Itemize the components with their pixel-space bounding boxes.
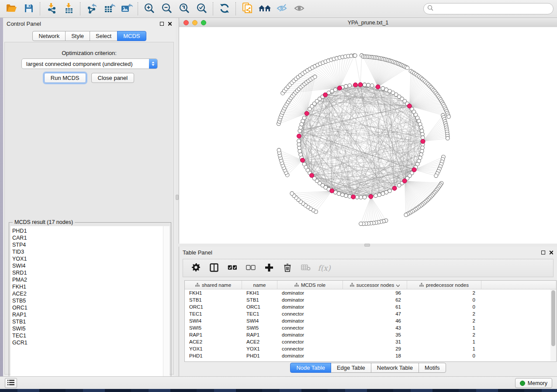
tab-network[interactable]: Network [32, 31, 66, 41]
cell-name[interactable]: RAP1 [242, 331, 277, 338]
graph-node[interactable] [446, 136, 450, 140]
columns-button[interactable] [208, 261, 221, 275]
network-canvas[interactable] [179, 27, 557, 244]
column-header-successor-nodes[interactable]: successor nodes [343, 281, 407, 289]
cell-mcds_role[interactable]: connector [277, 345, 343, 352]
table-row[interactable]: SWI5SWI5connector431 [185, 324, 556, 331]
cell-successor_nodes[interactable]: 29 [343, 345, 407, 352]
cell-successor_nodes[interactable]: 96 [343, 289, 407, 296]
cell-successor_nodes[interactable]: 61 [343, 303, 407, 310]
cell-mcds_role[interactable]: dominator [277, 317, 343, 324]
delete-column-button[interactable] [281, 261, 294, 275]
graph-node[interactable] [359, 222, 363, 226]
cell-shared_name[interactable]: PHD1 [185, 352, 242, 359]
cell-shared_name[interactable]: STB1 [185, 296, 242, 303]
table-row[interactable]: TEC1TEC1connector472 [185, 310, 556, 317]
cell-name[interactable]: ACE2 [242, 338, 277, 345]
graph-node[interactable] [302, 162, 306, 166]
close-panel-icon[interactable] [549, 250, 554, 255]
table-row[interactable]: PHD1PHD1dominator180 [185, 352, 556, 359]
mcds-result-item[interactable]: STB1 [12, 318, 163, 325]
close-panel-icon[interactable] [167, 21, 172, 26]
float-panel-icon[interactable] [160, 22, 164, 26]
graph-mcds-node[interactable] [369, 194, 373, 199]
hide-selected-button[interactable] [273, 1, 291, 16]
tab-select[interactable]: Select [90, 31, 118, 41]
graph-node[interactable] [290, 192, 294, 196]
cell-successor_nodes[interactable]: 46 [343, 317, 407, 324]
graph-node[interactable] [447, 115, 451, 119]
graph-node[interactable] [363, 83, 367, 87]
cell-mcds_role[interactable]: dominator [277, 296, 343, 303]
cell-predecessor_nodes[interactable]: 1 [407, 324, 481, 331]
cell-predecessor_nodes[interactable]: 2 [407, 289, 481, 296]
cell-mcds_role[interactable]: dominator [277, 289, 343, 296]
graph-node[interactable] [348, 84, 352, 88]
graph-mcds-node[interactable] [407, 104, 412, 108]
open-file-button[interactable] [3, 1, 20, 16]
graph-node[interactable] [355, 196, 359, 199]
table-row[interactable]: FKH1FKH1dominator962 [185, 289, 556, 296]
graph-mcds-node[interactable] [301, 158, 305, 162]
graph-node[interactable] [421, 136, 425, 140]
splitter-handle[interactable] [364, 244, 370, 247]
mcds-result-list[interactable]: PHD1CAR1STP4TID3YOX1SWI4SRD1PMA2FKH1ACE2… [10, 226, 170, 383]
graph-node[interactable] [374, 194, 378, 198]
export-image-button[interactable] [118, 1, 135, 16]
vertical-splitter[interactable] [176, 18, 179, 376]
graph-node[interactable] [302, 116, 306, 120]
cell-name[interactable]: TEC1 [242, 310, 277, 317]
cell-shared_name[interactable]: FKH1 [185, 289, 242, 296]
table-row[interactable]: SWI4SWI4dominator462 [185, 317, 556, 324]
run-mcds-button[interactable]: Run MCDS [44, 73, 86, 83]
graph-node[interactable] [341, 193, 345, 197]
graph-node[interactable] [363, 196, 367, 199]
cell-successor_nodes[interactable]: 31 [343, 338, 407, 345]
cell-shared_name[interactable]: ACE2 [185, 338, 242, 345]
criterion-select[interactable]: largest connected component (undirected) [21, 58, 158, 69]
mcds-result-item[interactable]: PMA2 [12, 276, 163, 283]
mcds-result-item[interactable]: CAR1 [12, 234, 163, 241]
graph-node[interactable] [333, 88, 337, 92]
cell-name[interactable]: ORC1 [242, 303, 277, 310]
graph-mcds-node[interactable] [392, 186, 397, 190]
graph-mcds-node[interactable] [402, 179, 407, 183]
mcds-list-scrollbar[interactable] [163, 226, 170, 383]
cell-predecessor_nodes[interactable]: 0 [407, 352, 481, 359]
zoom-out-button[interactable] [158, 1, 176, 16]
cell-shared_name[interactable]: SWI5 [185, 324, 242, 331]
cell-name[interactable]: SWI4 [242, 317, 277, 324]
tab-style[interactable]: Style [65, 31, 90, 41]
graph-node[interactable] [353, 54, 357, 58]
cell-shared_name[interactable]: SWI4 [185, 317, 242, 324]
graph-mcds-node[interactable] [323, 93, 328, 97]
graph-mcds-node[interactable] [304, 111, 309, 116]
mcds-result-item[interactable]: SWI5 [12, 325, 163, 332]
mcds-result-item[interactable]: FKH1 [12, 283, 163, 290]
table-scrollbar-thumb[interactable] [551, 290, 555, 346]
mcds-result-item[interactable]: STP4 [12, 241, 163, 248]
graph-node[interactable] [384, 190, 388, 194]
table-scrollbar[interactable] [550, 289, 556, 361]
float-panel-icon[interactable] [541, 251, 545, 254]
zoom-selected-button[interactable] [193, 1, 211, 16]
cell-successor_nodes[interactable]: 47 [343, 310, 407, 317]
tab-motifs[interactable]: Motifs [419, 363, 446, 373]
mcds-result-item[interactable]: PHD1 [12, 227, 163, 234]
import-network-button[interactable] [43, 1, 60, 16]
graph-mcds-node[interactable] [376, 85, 380, 89]
graph-node[interactable] [405, 66, 409, 70]
graph-node[interactable] [298, 149, 302, 153]
graph-node[interactable] [344, 194, 348, 198]
table-row[interactable]: ACE2ACE2connector311 [185, 338, 556, 345]
table-row[interactable]: ORC1ORC1dominator610 [185, 303, 556, 310]
column-header-MCDS-role[interactable]: MCDS role [277, 281, 343, 289]
cell-name[interactable]: SWI5 [242, 324, 277, 331]
add-column-button[interactable] [263, 261, 276, 275]
cell-successor_nodes[interactable]: 18 [343, 352, 407, 359]
cell-predecessor_nodes[interactable]: 2 [407, 317, 481, 324]
cell-mcds_role[interactable]: dominator [277, 303, 343, 310]
tab-network-table[interactable]: Network Table [371, 363, 419, 373]
mcds-result-item[interactable]: GCR1 [12, 339, 163, 346]
status-menu-button[interactable] [5, 378, 17, 388]
